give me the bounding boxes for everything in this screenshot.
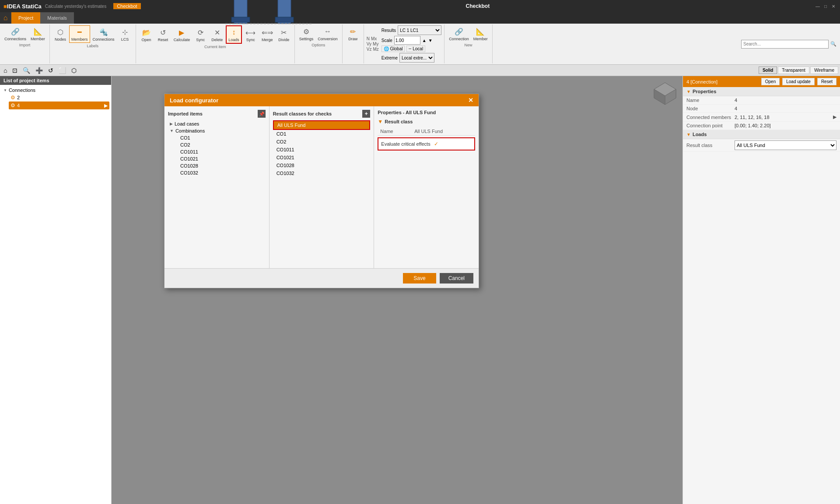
reset-icon: ↺ xyxy=(158,27,168,38)
close-button[interactable]: ✕ xyxy=(830,3,836,9)
local-button[interactable]: ╌ Local xyxy=(406,46,425,52)
app-logo: ■IDEA StatiCa Calculate yesterday's esti… xyxy=(4,3,141,10)
imported-items-header: Imported items 📌 xyxy=(168,110,266,118)
maximize-button[interactable]: □ xyxy=(822,3,829,9)
down-arrow[interactable]: ▼ xyxy=(428,38,433,43)
transparent-view-button[interactable]: Transparent xyxy=(778,66,809,74)
connected-members-row: Connected members 2, 11, 12, 16, 18 ▶ xyxy=(683,113,840,122)
tree-connections-parent[interactable]: ▼ Connections xyxy=(2,87,109,94)
frame-icon[interactable]: ⬜ xyxy=(57,66,68,75)
extreme-dropdown[interactable]: Local extre... xyxy=(399,53,434,63)
connections-labels-button[interactable]: 🔩 Connections xyxy=(91,26,116,42)
tab-materials[interactable]: Materials xyxy=(40,12,74,24)
co1011-item[interactable]: CO1011 xyxy=(168,148,266,155)
all-uls-fund-item[interactable]: All ULS Fund xyxy=(273,120,371,130)
co1032-item[interactable]: CO1032 xyxy=(168,169,266,176)
name-row: Name 4 ​ xyxy=(683,96,840,105)
cancel-button[interactable]: Cancel xyxy=(440,273,473,284)
co2-item[interactable]: CO2 xyxy=(168,141,266,148)
members-button[interactable]: ━ Members xyxy=(69,25,90,43)
up-arrow[interactable]: ▲ xyxy=(422,38,427,43)
scale-input[interactable] xyxy=(394,36,420,45)
title-bar: ■IDEA StatiCa Calculate yesterday's esti… xyxy=(0,0,840,12)
force-mx-label: Mx xyxy=(371,36,377,41)
search-input[interactable] xyxy=(741,40,829,49)
rc-co1028-item[interactable]: CO1028 xyxy=(273,161,371,169)
result-class-label: Result class xyxy=(686,143,735,148)
pin-icon[interactable]: 📌 xyxy=(258,110,266,118)
loads-section-header[interactable]: ▼ Loads xyxy=(683,130,840,139)
member-new-button[interactable]: 📐 Member xyxy=(472,25,490,42)
co1-label: CO1 xyxy=(180,135,190,140)
co1-item[interactable]: CO1 xyxy=(168,134,266,141)
tree-item-2[interactable]: ⚙ 2 xyxy=(9,94,109,102)
properties-expand-icon: ▼ xyxy=(686,89,691,94)
open-label: Open xyxy=(142,38,151,42)
results-label: Results xyxy=(382,28,396,33)
connection-new-button[interactable]: 🔗 Connection xyxy=(447,25,471,42)
properties-section-header[interactable]: ▼ Properties xyxy=(683,87,840,96)
tree-item-4[interactable]: ⚙ 4 ▶ xyxy=(9,102,109,109)
evaluate-check-icon[interactable]: ✓ xyxy=(434,141,438,147)
rc-co1011-item[interactable]: CO1011 xyxy=(273,146,371,154)
rc-co1-item[interactable]: CO1 xyxy=(273,130,371,138)
rotate-icon[interactable]: ➕ xyxy=(34,66,45,75)
modal-title: Load configurator xyxy=(170,97,218,104)
connections-label: Connections xyxy=(9,88,35,93)
result-class-dropdown[interactable]: All ULS Fund xyxy=(735,140,836,150)
open-connection-button[interactable]: Open xyxy=(761,78,780,85)
result-classes-title: Result classes for checks xyxy=(273,111,332,116)
lcs-button[interactable]: ⊹ LCS xyxy=(117,26,133,42)
nodes-button[interactable]: ⬡ Nodes xyxy=(52,26,68,42)
rc-co2-item[interactable]: CO2 xyxy=(273,138,371,146)
window-controls[interactable]: — □ ✕ xyxy=(815,3,836,9)
refresh-icon[interactable]: ↺ xyxy=(46,66,55,75)
expand-connected-icon[interactable]: ▶ xyxy=(833,114,836,120)
search-icon[interactable]: 🔍 xyxy=(830,41,836,47)
name-column-header: Name xyxy=(378,127,412,136)
imported-items-title: Imported items xyxy=(168,111,203,116)
rc-co1021-item[interactable]: CO1021 xyxy=(273,154,371,161)
member-import-button[interactable]: 📐 Member xyxy=(29,25,47,42)
save-button[interactable]: Save xyxy=(403,273,436,284)
load-configurator-modal: Load configurator ✕ Imported items 📌 ▶ L… xyxy=(164,94,479,288)
minimize-button[interactable]: — xyxy=(815,3,821,9)
load-cases-node[interactable]: ▶ Load cases xyxy=(168,120,266,127)
svg-rect-6 xyxy=(231,17,250,22)
co1028-item[interactable]: CO1028 xyxy=(168,162,266,169)
connections-labels-icon: 🔩 xyxy=(98,27,109,37)
ribbon-group-labels: ⬡ Nodes ━ Members 🔩 Connections ⊹ LCS La… xyxy=(50,24,136,63)
reset-connection-button[interactable]: Reset xyxy=(817,78,836,85)
modal-header: Load configurator ✕ xyxy=(164,94,479,106)
modal-close-button[interactable]: ✕ xyxy=(468,97,473,104)
connections-import-button[interactable]: 🔗 Connections xyxy=(3,25,28,42)
home-view-icon[interactable]: ⌂ xyxy=(2,66,9,75)
rc-co1032-item[interactable]: CO1032 xyxy=(273,169,371,177)
connection-4-label: 4 xyxy=(17,103,20,108)
evaluate-label: Evaluate critical effects xyxy=(381,141,430,147)
tab-project[interactable]: Project xyxy=(11,12,40,24)
calculate-button[interactable]: ▶ Calculate xyxy=(172,26,192,43)
reset-button[interactable]: ↺ Reset xyxy=(155,26,171,43)
add-result-class-button[interactable]: + xyxy=(362,110,370,118)
open-button[interactable]: 📂 Open xyxy=(139,26,154,43)
zoom-in-icon[interactable]: 🔍 xyxy=(21,66,32,75)
polygon-icon[interactable]: ⬡ xyxy=(70,66,78,75)
load-cases-arrow: ▶ xyxy=(170,122,173,126)
draw-button[interactable]: ✏ Draw xyxy=(345,25,361,42)
member-new-icon: 📐 xyxy=(475,26,486,37)
results-dropdown[interactable]: LC 1 LC1 xyxy=(398,25,441,35)
force-vy-label: Vy xyxy=(367,42,371,46)
properties-header: Properties - All ULS Fund xyxy=(378,110,475,115)
tree-children: ⚙ 2 ⚙ 4 ▶ xyxy=(2,94,109,109)
solid-view-button[interactable]: Solid xyxy=(759,66,777,74)
name-value: 4 xyxy=(735,98,830,103)
result-class-expand-icon[interactable]: ▼ xyxy=(378,119,383,125)
combinations-node[interactable]: ▼ Combinations xyxy=(168,127,266,134)
wireframe-view-button[interactable]: Wireframe xyxy=(810,66,838,74)
load-update-button[interactable]: Load update xyxy=(782,78,815,85)
global-button[interactable]: 🌐 Global xyxy=(382,46,405,52)
fit-view-icon[interactable]: ⊡ xyxy=(10,66,19,75)
result-class-section-title: Result class xyxy=(385,119,413,124)
co1021-item[interactable]: CO1021 xyxy=(168,155,266,162)
